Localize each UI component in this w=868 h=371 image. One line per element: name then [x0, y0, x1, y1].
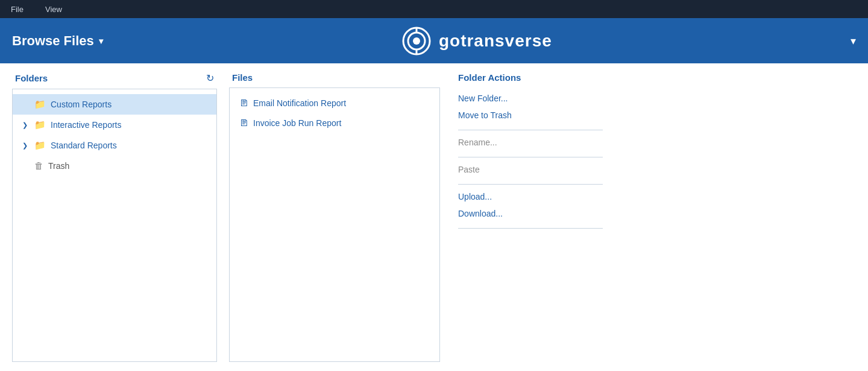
divider-2	[458, 157, 603, 157]
file-item-invoice-job-run-report[interactable]: 🖹 Invoice Job Run Report	[230, 113, 439, 133]
chevron-interactive-reports: ❯	[22, 121, 30, 129]
folder-item-standard-reports[interactable]: ❯ 📁 Standard Reports	[13, 135, 216, 156]
actions-title: Folder Actions	[458, 72, 856, 83]
file-item-email-notification-report[interactable]: 🖹 Email Notification Report	[230, 93, 439, 113]
browse-files-label: Browse Files	[12, 33, 94, 49]
folder-item-custom-reports[interactable]: 📁 Custom Reports	[13, 94, 216, 115]
menu-view[interactable]: View	[40, 2, 67, 16]
folder-label-custom-reports: Custom Reports	[51, 100, 112, 109]
files-title: Files	[232, 72, 253, 83]
file-icon-invoice-job-run: 🖹	[239, 118, 248, 128]
rename-action: Rename...	[458, 135, 856, 150]
logo-text: gotransverse	[439, 31, 552, 51]
menu-bar: File View	[0, 0, 868, 18]
folder-label-standard-reports: Standard Reports	[51, 141, 117, 150]
header-bar: Browse Files ▾ gotransverse ▾	[0, 18, 868, 63]
files-panel: Files 🖹 Email Notification Report 🖹 Invo…	[229, 72, 440, 362]
file-label-invoice-job-run: Invoice Job Run Report	[253, 118, 341, 128]
files-header: Files	[229, 72, 440, 83]
menu-file[interactable]: File	[6, 2, 28, 16]
folder-item-trash[interactable]: 🗑 Trash	[13, 156, 216, 176]
new-folder-action[interactable]: New Folder...	[458, 91, 856, 106]
browse-files-chevron: ▾	[99, 36, 103, 46]
download-action[interactable]: Download...	[458, 206, 856, 221]
file-label-email-notification: Email Notification Report	[253, 98, 346, 108]
logo-container: gotransverse	[401, 26, 552, 56]
chevron-standard-reports: ❯	[22, 142, 30, 150]
divider-3	[458, 184, 603, 185]
trash-icon: 🗑	[34, 160, 43, 171]
files-box: 🖹 Email Notification Report 🖹 Invoice Jo…	[229, 87, 440, 362]
actions-panel: Folder Actions New Folder... Move to Tra…	[440, 72, 856, 362]
folder-icon-interactive-reports: 📁	[34, 119, 46, 130]
folders-panel: Folders ↻ 📁 Custom Reports ❯ 📁 Interacti…	[12, 72, 217, 362]
header-browse-files[interactable]: Browse Files ▾	[12, 33, 103, 49]
folder-label-interactive-reports: Interactive Reports	[51, 120, 122, 130]
folders-box: 📁 Custom Reports ❯ 📁 Interactive Reports…	[12, 89, 217, 362]
folder-icon-standard-reports: 📁	[34, 140, 46, 151]
file-icon-email-notification: 🖹	[239, 98, 248, 108]
folders-title: Folders	[15, 73, 48, 83]
logo-icon	[401, 26, 432, 56]
refresh-icon[interactable]: ↻	[206, 72, 214, 84]
folder-label-trash: Trash	[48, 161, 69, 171]
upload-action[interactable]: Upload...	[458, 189, 856, 204]
move-to-trash-action[interactable]: Move to Trash	[458, 108, 856, 122]
divider-4	[458, 228, 603, 229]
chevron-trash-placeholder	[22, 162, 30, 170]
chevron-placeholder	[22, 101, 30, 108]
folders-header: Folders ↻	[12, 72, 217, 84]
paste-action: Paste	[458, 162, 856, 177]
main-content: Folders ↻ 📁 Custom Reports ❯ 📁 Interacti…	[0, 63, 868, 371]
svg-point-2	[413, 37, 420, 45]
divider-1	[458, 130, 603, 130]
folder-icon-custom-reports: 📁	[34, 99, 46, 110]
header-right-chevron[interactable]: ▾	[851, 34, 856, 48]
folder-item-interactive-reports[interactable]: ❯ 📁 Interactive Reports	[13, 115, 216, 135]
